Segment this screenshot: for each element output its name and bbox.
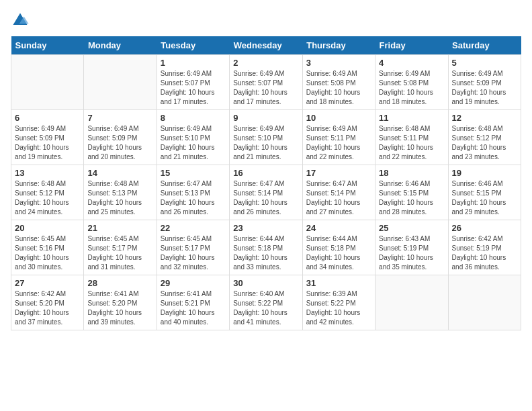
day-info: Sunrise: 6:45 AM Sunset: 5:17 PM Dayligh… <box>87 234 152 272</box>
calendar-week-row: 27Sunrise: 6:42 AM Sunset: 5:20 PM Dayli… <box>11 275 521 330</box>
day-info: Sunrise: 6:41 AM Sunset: 5:20 PM Dayligh… <box>87 289 152 327</box>
day-number: 1 <box>161 58 226 68</box>
logo <box>11 11 32 30</box>
calendar-cell: 29Sunrise: 6:41 AM Sunset: 5:21 PM Dayli… <box>157 275 229 330</box>
day-info: Sunrise: 6:48 AM Sunset: 5:12 PM Dayligh… <box>452 124 517 162</box>
calendar-cell: 1Sunrise: 6:49 AM Sunset: 5:07 PM Daylig… <box>157 55 229 110</box>
day-info: Sunrise: 6:49 AM Sunset: 5:10 PM Dayligh… <box>233 124 298 162</box>
day-info: Sunrise: 6:39 AM Sunset: 5:22 PM Dayligh… <box>306 289 371 327</box>
day-number: 2 <box>233 58 298 68</box>
day-number: 24 <box>306 223 371 233</box>
day-number: 28 <box>87 278 152 288</box>
day-header-wednesday: Wednesday <box>230 36 302 55</box>
day-info: Sunrise: 6:49 AM Sunset: 5:11 PM Dayligh… <box>306 124 371 162</box>
calendar-cell: 19Sunrise: 6:46 AM Sunset: 5:15 PM Dayli… <box>448 165 521 220</box>
day-header-monday: Monday <box>84 36 157 55</box>
day-number: 4 <box>379 58 444 68</box>
calendar-cell <box>375 275 448 330</box>
page-header <box>11 11 521 30</box>
day-number: 14 <box>87 168 152 178</box>
day-number: 29 <box>161 278 226 288</box>
day-number: 22 <box>161 223 226 233</box>
day-info: Sunrise: 6:46 AM Sunset: 5:15 PM Dayligh… <box>379 179 444 217</box>
calendar-cell <box>84 55 157 110</box>
day-info: Sunrise: 6:40 AM Sunset: 5:22 PM Dayligh… <box>233 289 298 327</box>
day-info: Sunrise: 6:42 AM Sunset: 5:20 PM Dayligh… <box>15 289 80 327</box>
day-number: 15 <box>161 168 226 178</box>
calendar-cell: 20Sunrise: 6:45 AM Sunset: 5:16 PM Dayli… <box>11 220 84 275</box>
calendar-cell: 18Sunrise: 6:46 AM Sunset: 5:15 PM Dayli… <box>375 165 448 220</box>
calendar-cell: 24Sunrise: 6:44 AM Sunset: 5:18 PM Dayli… <box>302 220 375 275</box>
calendar-cell: 8Sunrise: 6:49 AM Sunset: 5:10 PM Daylig… <box>157 110 229 165</box>
day-number: 30 <box>233 278 298 288</box>
day-info: Sunrise: 6:42 AM Sunset: 5:19 PM Dayligh… <box>452 234 517 272</box>
day-number: 8 <box>161 113 226 123</box>
day-info: Sunrise: 6:47 AM Sunset: 5:13 PM Dayligh… <box>161 179 226 217</box>
day-header-sunday: Sunday <box>11 36 84 55</box>
day-number: 20 <box>15 223 80 233</box>
calendar-cell: 11Sunrise: 6:48 AM Sunset: 5:11 PM Dayli… <box>375 110 448 165</box>
day-info: Sunrise: 6:49 AM Sunset: 5:08 PM Dayligh… <box>379 69 444 107</box>
calendar-cell: 14Sunrise: 6:48 AM Sunset: 5:13 PM Dayli… <box>84 165 157 220</box>
calendar-cell <box>448 275 521 330</box>
calendar-cell: 5Sunrise: 6:49 AM Sunset: 5:09 PM Daylig… <box>448 55 521 110</box>
calendar-cell: 21Sunrise: 6:45 AM Sunset: 5:17 PM Dayli… <box>84 220 157 275</box>
day-number: 3 <box>306 58 371 68</box>
calendar-week-row: 13Sunrise: 6:48 AM Sunset: 5:12 PM Dayli… <box>11 165 521 220</box>
day-number: 7 <box>87 113 152 123</box>
calendar-cell: 28Sunrise: 6:41 AM Sunset: 5:20 PM Dayli… <box>84 275 157 330</box>
day-header-friday: Friday <box>375 36 448 55</box>
day-info: Sunrise: 6:43 AM Sunset: 5:19 PM Dayligh… <box>379 234 444 272</box>
day-info: Sunrise: 6:49 AM Sunset: 5:07 PM Dayligh… <box>233 69 298 107</box>
day-info: Sunrise: 6:49 AM Sunset: 5:07 PM Dayligh… <box>161 69 226 107</box>
calendar-cell: 6Sunrise: 6:49 AM Sunset: 5:09 PM Daylig… <box>11 110 84 165</box>
calendar-cell: 27Sunrise: 6:42 AM Sunset: 5:20 PM Dayli… <box>11 275 84 330</box>
day-number: 21 <box>87 223 152 233</box>
day-info: Sunrise: 6:47 AM Sunset: 5:14 PM Dayligh… <box>306 179 371 217</box>
calendar-cell: 30Sunrise: 6:40 AM Sunset: 5:22 PM Dayli… <box>230 275 302 330</box>
day-info: Sunrise: 6:49 AM Sunset: 5:09 PM Dayligh… <box>87 124 152 162</box>
day-number: 13 <box>15 168 80 178</box>
calendar-cell: 7Sunrise: 6:49 AM Sunset: 5:09 PM Daylig… <box>84 110 157 165</box>
day-number: 5 <box>452 58 517 68</box>
day-info: Sunrise: 6:49 AM Sunset: 5:08 PM Dayligh… <box>306 69 371 107</box>
calendar-cell: 26Sunrise: 6:42 AM Sunset: 5:19 PM Dayli… <box>448 220 521 275</box>
day-number: 12 <box>452 113 517 123</box>
logo-icon <box>11 11 30 30</box>
day-number: 19 <box>452 168 517 178</box>
day-number: 31 <box>306 278 371 288</box>
calendar-week-row: 6Sunrise: 6:49 AM Sunset: 5:09 PM Daylig… <box>11 110 521 165</box>
calendar-cell: 4Sunrise: 6:49 AM Sunset: 5:08 PM Daylig… <box>375 55 448 110</box>
day-header-tuesday: Tuesday <box>157 36 229 55</box>
calendar-cell: 25Sunrise: 6:43 AM Sunset: 5:19 PM Dayli… <box>375 220 448 275</box>
calendar-week-row: 1Sunrise: 6:49 AM Sunset: 5:07 PM Daylig… <box>11 55 521 110</box>
day-info: Sunrise: 6:48 AM Sunset: 5:13 PM Dayligh… <box>87 179 152 217</box>
day-info: Sunrise: 6:45 AM Sunset: 5:17 PM Dayligh… <box>161 234 226 272</box>
calendar-cell: 10Sunrise: 6:49 AM Sunset: 5:11 PM Dayli… <box>302 110 375 165</box>
day-number: 6 <box>15 113 80 123</box>
day-number: 27 <box>15 278 80 288</box>
day-header-thursday: Thursday <box>302 36 375 55</box>
calendar-cell: 13Sunrise: 6:48 AM Sunset: 5:12 PM Dayli… <box>11 165 84 220</box>
calendar-table: SundayMondayTuesdayWednesdayThursdayFrid… <box>11 36 521 330</box>
calendar-cell: 2Sunrise: 6:49 AM Sunset: 5:07 PM Daylig… <box>230 55 302 110</box>
day-number: 23 <box>233 223 298 233</box>
day-info: Sunrise: 6:41 AM Sunset: 5:21 PM Dayligh… <box>161 289 226 327</box>
calendar-cell: 16Sunrise: 6:47 AM Sunset: 5:14 PM Dayli… <box>230 165 302 220</box>
day-header-saturday: Saturday <box>448 36 521 55</box>
day-info: Sunrise: 6:44 AM Sunset: 5:18 PM Dayligh… <box>233 234 298 272</box>
day-info: Sunrise: 6:49 AM Sunset: 5:09 PM Dayligh… <box>15 124 80 162</box>
day-info: Sunrise: 6:47 AM Sunset: 5:14 PM Dayligh… <box>233 179 298 217</box>
day-info: Sunrise: 6:46 AM Sunset: 5:15 PM Dayligh… <box>452 179 517 217</box>
calendar-body: 1Sunrise: 6:49 AM Sunset: 5:07 PM Daylig… <box>11 55 521 330</box>
calendar-cell: 22Sunrise: 6:45 AM Sunset: 5:17 PM Dayli… <box>157 220 229 275</box>
calendar-cell: 3Sunrise: 6:49 AM Sunset: 5:08 PM Daylig… <box>302 55 375 110</box>
day-number: 16 <box>233 168 298 178</box>
day-number: 9 <box>233 113 298 123</box>
day-info: Sunrise: 6:49 AM Sunset: 5:09 PM Dayligh… <box>452 69 517 107</box>
day-number: 18 <box>379 168 444 178</box>
calendar-cell: 9Sunrise: 6:49 AM Sunset: 5:10 PM Daylig… <box>230 110 302 165</box>
day-info: Sunrise: 6:48 AM Sunset: 5:11 PM Dayligh… <box>379 124 444 162</box>
day-info: Sunrise: 6:48 AM Sunset: 5:12 PM Dayligh… <box>15 179 80 217</box>
day-number: 11 <box>379 113 444 123</box>
